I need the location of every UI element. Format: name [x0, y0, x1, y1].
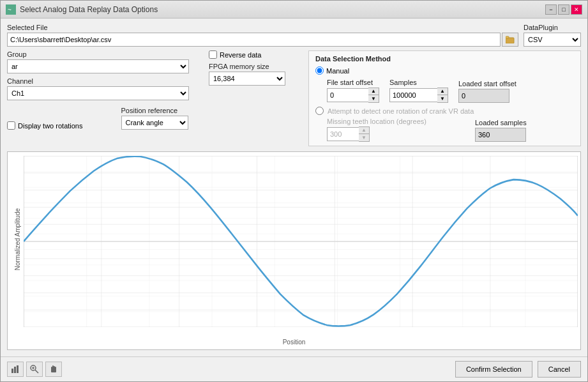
- y-axis-label: Normalized Amplitude: [14, 208, 21, 270]
- app-icon: ~: [6, 4, 16, 15]
- close-button[interactable]: ✕: [571, 4, 582, 15]
- chart-svg: 1 0.8 0.6 0.4 0.2 0 -0.2 -0.4 -0.6 -0.8 …: [24, 156, 578, 327]
- crank-angle-select[interactable]: Crank angle Time: [121, 116, 188, 130]
- dataplugin-label: DataPlugin: [524, 24, 581, 31]
- file-start-offset-spinner: ▲ ▼: [327, 88, 379, 103]
- channel-label: Channel: [7, 77, 199, 85]
- bottom-icons: [7, 362, 62, 377]
- svg-rect-50: [52, 365, 54, 370]
- missing-teeth-up: ▲: [359, 127, 369, 134]
- samples-input[interactable]: [389, 88, 437, 102]
- cancel-button[interactable]: Cancel: [538, 361, 581, 378]
- loaded-start-offset-label: Loaded start offset: [458, 80, 516, 88]
- selected-file-group: Selected File C:\Users\sbarrett\Desktop\…: [7, 24, 518, 47]
- position-ref-label: Position reference: [121, 107, 188, 114]
- confirm-selection-button[interactable]: Confirm Selection: [455, 361, 532, 378]
- group-field: Group ar: [7, 50, 199, 73]
- title-bar: ~ Select Analog Data Replay Data Options…: [1, 1, 587, 19]
- chart-container: Normalized Amplitude: [7, 151, 581, 350]
- file-start-offset-buttons: ▲ ▼: [368, 88, 379, 103]
- dataplugin-group: DataPlugin CSV: [524, 24, 581, 47]
- bottom-buttons: Confirm Selection Cancel: [455, 361, 581, 378]
- data-selection-title: Data Selection Method: [315, 55, 574, 63]
- attempt-detect-radio[interactable]: [315, 107, 324, 115]
- svg-line-47: [35, 370, 38, 373]
- fpga-label: FPGA memory size: [209, 63, 298, 70]
- position-ref-group: Position reference Crank angle Time: [121, 107, 188, 130]
- loaded-samples-group: Loaded samples: [475, 119, 527, 142]
- svg-rect-4: [506, 36, 509, 38]
- svg-rect-43: [11, 369, 13, 373]
- loaded-samples-input: [475, 128, 526, 142]
- samples-down[interactable]: ▼: [437, 95, 448, 102]
- loaded-start-offset-input: [458, 89, 509, 103]
- channel-select[interactable]: Ch1: [7, 86, 189, 100]
- x-axis-label: Position: [8, 339, 580, 346]
- display-two-rotations-checkbox[interactable]: [7, 121, 15, 130]
- group-label: Group: [7, 50, 199, 58]
- samples-buttons: ▲ ▼: [437, 88, 448, 103]
- chart-icon[interactable]: [7, 362, 24, 377]
- svg-rect-44: [14, 367, 16, 373]
- attempt-detect-label[interactable]: Attempt to detect one rotation of crank …: [315, 107, 574, 115]
- missing-teeth-label: Missing teeth location (degrees): [327, 118, 426, 125]
- file-start-offset-up[interactable]: ▲: [368, 88, 379, 95]
- restore-button[interactable]: □: [558, 4, 569, 15]
- y-axis-label-container: Normalized Amplitude: [13, 152, 22, 327]
- svg-rect-45: [17, 365, 19, 373]
- selected-file-input[interactable]: C:\Users\sbarrett\Desktop\ar.csv: [7, 33, 501, 47]
- missing-teeth-buttons: ▲ ▼: [359, 126, 370, 142]
- missing-teeth-down: ▼: [359, 134, 369, 141]
- file-start-offset-down[interactable]: ▼: [368, 95, 379, 102]
- samples-spinner: ▲ ▼: [389, 88, 448, 103]
- svg-rect-54: [51, 369, 56, 372]
- main-content: Selected File C:\Users\sbarrett\Desktop\…: [1, 19, 587, 356]
- missing-teeth-group: Missing teeth location (degrees) ▲ ▼: [327, 118, 426, 142]
- file-start-offset-input[interactable]: [327, 88, 368, 102]
- reverse-data-label[interactable]: Reverse data: [209, 50, 298, 59]
- manual-radio[interactable]: [315, 66, 324, 75]
- folder-button[interactable]: [502, 33, 518, 47]
- hand-icon[interactable]: [45, 362, 62, 377]
- bottom-bar: Confirm Selection Cancel: [1, 356, 587, 381]
- fpga-group: FPGA memory size 16,384 32,768: [209, 63, 298, 86]
- title-bar-buttons: − □ ✕: [545, 4, 582, 15]
- loaded-samples-label: Loaded samples: [475, 119, 527, 126]
- window-title: Select Analog Data Replay Data Options: [20, 5, 158, 14]
- missing-teeth-input: [327, 127, 359, 141]
- missing-teeth-spinner: ▲ ▼: [327, 126, 426, 142]
- samples-group: Samples ▲ ▼: [389, 79, 448, 103]
- data-selection-box: Data Selection Method Manual File start …: [308, 50, 581, 146]
- title-bar-left: ~ Select Analog Data Replay Data Options: [6, 4, 158, 15]
- channel-field: Channel Ch1: [7, 77, 199, 100]
- reverse-data-checkbox[interactable]: [209, 50, 217, 59]
- minimize-button[interactable]: −: [545, 4, 557, 15]
- file-start-offset-label: File start offset: [327, 79, 379, 86]
- samples-up[interactable]: ▲: [437, 88, 448, 95]
- file-start-offset-group: File start offset ▲ ▼: [327, 79, 379, 103]
- manual-radio-label[interactable]: Manual: [315, 66, 574, 75]
- group-select[interactable]: ar: [7, 59, 189, 73]
- display-two-rotations-label[interactable]: Display two rotations: [7, 121, 83, 130]
- samples-label: Samples: [389, 79, 448, 86]
- zoom-icon[interactable]: [26, 362, 43, 377]
- main-window: ~ Select Analog Data Replay Data Options…: [0, 0, 588, 382]
- dataplugin-select[interactable]: CSV: [524, 33, 581, 47]
- fpga-select[interactable]: 16,384 32,768: [209, 72, 285, 86]
- loaded-start-offset-group: Loaded start offset: [458, 80, 516, 103]
- selected-file-label: Selected File: [7, 24, 518, 31]
- svg-text:~: ~: [8, 6, 11, 13]
